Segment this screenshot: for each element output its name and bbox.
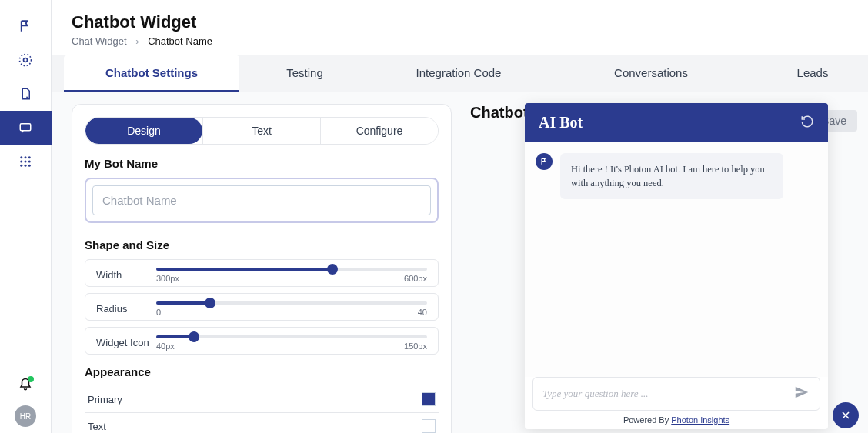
powered-by: Powered By Photon Insights	[525, 415, 828, 429]
svg-point-9	[20, 165, 22, 167]
slider-radius: Radius 0 40	[85, 293, 439, 321]
slider-radius-max: 40	[418, 308, 427, 317]
slider-width-thumb[interactable]	[327, 264, 338, 275]
chevron-right-icon: ›	[135, 35, 139, 47]
appearance-row-primary: Primary	[85, 386, 439, 413]
tab-integration-code[interactable]: Integration Code	[370, 55, 547, 92]
tab-leads[interactable]: Leads	[755, 55, 868, 92]
svg-point-6	[20, 161, 22, 163]
slider-widget-icon: Widget Icon 40px 150px	[85, 327, 439, 355]
notifications-button[interactable]	[18, 378, 32, 395]
sidebar-item-settings[interactable]	[0, 43, 52, 77]
sidebar-item-apps[interactable]	[0, 145, 52, 178]
main-tabs: Chatbot Settings Testing Integration Cod…	[52, 55, 868, 92]
sidebar-item-document[interactable]	[0, 77, 52, 111]
bot-name-label: My Bot Name	[85, 157, 439, 170]
flag-icon	[540, 158, 548, 165]
powered-prefix: Powered By	[623, 415, 671, 425]
slider-width-min: 300px	[156, 274, 179, 283]
settings-panel: Design Text Configure My Bot Name Shape …	[72, 104, 452, 433]
sub-tabs: Design Text Configure	[85, 117, 439, 145]
slider-widget-icon-max: 150px	[404, 341, 427, 351]
chat-reset-button[interactable]	[800, 115, 814, 132]
chat-input-row	[532, 377, 820, 411]
shape-size-label: Shape and Size	[85, 238, 439, 251]
appearance-label: Appearance	[85, 365, 439, 378]
subtab-configure[interactable]: Configure	[320, 118, 438, 144]
svg-point-10	[25, 165, 27, 167]
slider-radius-min: 0	[156, 308, 161, 317]
refresh-icon	[800, 115, 814, 128]
breadcrumb-current: Chatbot Name	[148, 35, 212, 47]
chat-header: AI Bot	[525, 103, 828, 142]
chat-icon	[18, 121, 32, 135]
slider-width-label: Width	[96, 268, 156, 281]
svg-point-5	[28, 156, 31, 158]
flag-icon	[18, 19, 32, 33]
svg-point-1	[20, 55, 32, 66]
page-title: Chatbot Widget	[72, 12, 848, 32]
grid-icon	[18, 155, 32, 168]
slider-width-max: 600px	[404, 274, 427, 283]
bot-avatar	[536, 153, 553, 170]
chat-message: Hi there ! It's Photon AI bot. I am here…	[536, 153, 817, 199]
appearance-primary-label: Primary	[88, 394, 122, 405]
tab-testing[interactable]: Testing	[239, 55, 370, 92]
subtab-text[interactable]: Text	[202, 118, 320, 144]
close-widget-button[interactable]	[833, 402, 859, 428]
user-avatar[interactable]: HR	[15, 405, 36, 427]
tab-chatbot-settings[interactable]: Chatbot Settings	[64, 55, 239, 92]
chatbot-preview-widget: AI Bot Hi there ! It's Photon AI bot. I …	[525, 103, 828, 429]
breadcrumb: Chat Widget › Chatbot Name	[72, 35, 848, 47]
page-header: Chatbot Widget Chat Widget › Chatbot Nam…	[52, 0, 868, 55]
close-icon	[840, 409, 852, 421]
powered-link[interactable]: Photon Insights	[671, 415, 729, 425]
slider-radius-track[interactable]	[156, 301, 427, 305]
appearance-text-label: Text	[88, 421, 106, 432]
sidebar: HR	[0, 0, 52, 433]
slider-widget-icon-track[interactable]	[156, 335, 427, 338]
svg-point-4	[25, 156, 27, 158]
bot-name-field-wrap	[85, 178, 439, 223]
svg-point-3	[20, 156, 22, 158]
slider-width: Width 300px 600px	[85, 259, 439, 287]
chat-welcome-text: Hi there ! It's Photon AI bot. I am here…	[560, 153, 783, 199]
slider-widget-icon-thumb[interactable]	[189, 331, 199, 342]
text-color-swatch[interactable]	[422, 419, 436, 433]
appearance-row-text: Text	[85, 413, 439, 433]
send-icon	[793, 384, 810, 401]
breadcrumb-root[interactable]: Chat Widget	[72, 35, 127, 47]
sidebar-item-logo[interactable]	[0, 9, 52, 43]
status-indicator	[28, 376, 34, 382]
svg-point-8	[28, 161, 31, 163]
chat-title: AI Bot	[539, 114, 583, 132]
slider-radius-label: Radius	[96, 301, 156, 315]
slider-width-track[interactable]	[156, 268, 427, 271]
svg-point-7	[25, 161, 27, 163]
slider-radius-thumb[interactable]	[205, 298, 215, 308]
tab-conversations[interactable]: Conversations	[547, 55, 755, 92]
slider-widget-icon-min: 40px	[156, 341, 175, 351]
document-icon	[18, 87, 32, 101]
svg-point-0	[24, 58, 28, 62]
chat-input[interactable]	[542, 388, 786, 400]
subtab-design[interactable]: Design	[85, 118, 202, 144]
chat-body: Hi there ! It's Photon AI bot. I am here…	[525, 142, 828, 377]
chat-send-button[interactable]	[793, 384, 810, 404]
primary-color-swatch[interactable]	[422, 392, 436, 406]
bot-name-input[interactable]	[92, 185, 431, 215]
svg-point-11	[28, 165, 31, 167]
gear-icon	[18, 52, 33, 68]
sidebar-item-chat[interactable]	[0, 111, 52, 145]
slider-widget-icon-label: Widget Icon	[96, 335, 156, 348]
